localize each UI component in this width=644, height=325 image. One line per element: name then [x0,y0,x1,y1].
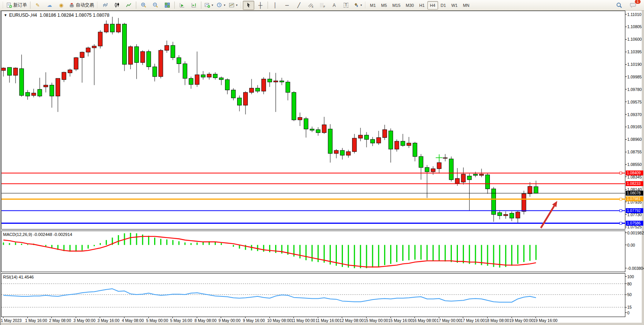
price-tick [625,114,627,115]
cursor-icon [246,2,251,8]
trendline-tool-button[interactable]: ╱ [293,1,304,10]
auto-scroll-icon [179,2,185,8]
rsi-scale-label: 15 [627,305,632,309]
templates-button[interactable]: ▾ [227,1,239,10]
price-label: 1.09575 [627,100,642,104]
time-axis-label: 19 May 16:00 [533,318,558,323]
price-label: 1.08960 [627,137,642,142]
chart-shift-button[interactable] [188,1,199,10]
community-icon: ☁ [47,3,52,8]
zoom-in-icon [141,2,147,8]
rsi-panel[interactable] [1,273,625,317]
candlestick-chart-icon [114,2,120,8]
time-axis-label: 3 May 00:00 [73,318,96,323]
separator [201,2,201,9]
window-bottom-strip [0,323,644,325]
timeframe-button-H1[interactable]: H1 [416,1,427,10]
separator [30,2,30,9]
time-axis-label: 17 May 00:00 [437,318,461,323]
rsi-scale-tick [625,312,627,313]
timeframe-button-M30[interactable]: M30 [403,1,416,10]
macd-scale-label: 0.001982 [627,231,644,235]
signals-button[interactable]: ◉ [56,1,67,10]
chart-shift-icon [191,2,197,8]
autotrade-label: 自动交易 [76,2,94,8]
time-axis-label: 5 May 00:00 [146,318,168,323]
timeframe-button-MN[interactable]: MN [460,1,472,10]
toolbar-grip [2,2,4,9]
search-button[interactable] [614,1,625,10]
price-label: 1.09985 [627,75,642,79]
crosshair-tool-button[interactable]: ┼ [255,1,266,10]
price-label: 1.08550 [627,162,642,167]
arrows-tool-button[interactable]: ▾ [352,1,363,10]
autotrade-button[interactable]: 自动交易 [67,1,96,10]
chart-symbol-period: EURUSD-,H4 [9,13,37,18]
timeframe-button-M15[interactable]: M15 [390,1,403,10]
price-tick [625,14,627,14]
text-tool-button[interactable]: A [328,1,340,10]
timeframe-button-H4[interactable]: H4 [427,1,438,10]
vertical-line-tool-button[interactable]: │ [269,1,281,10]
svg-text:F: F [324,5,325,8]
chart-menu-icon[interactable]: ▼ [4,13,7,17]
horizontal-line-tool-button[interactable]: ─ [281,1,293,10]
timeframe-button-W1[interactable]: W1 [449,1,461,10]
mt4-terminal: { "toolbar": { "new_order_label": "新订单",… [0,0,644,325]
bar-chart-button[interactable] [99,1,111,10]
templates-icon [229,2,234,8]
autotrade-icon [69,2,75,8]
time-axis-label: 4 May 08:00 [122,318,144,323]
new-order-button[interactable]: 新订单 [5,1,29,10]
trendline-icon: ╱ [297,3,300,8]
main-chart-panel[interactable] [1,11,625,229]
equidistant-channel-tool-button[interactable]: E [305,1,316,10]
line-chart-button[interactable] [123,1,134,10]
chevron-down-icon: ▾ [224,3,225,7]
macd-values: -0.002448 -0.002914 [33,232,72,237]
text-label-tool-button[interactable]: T [340,1,352,10]
periods-button[interactable]: ▾ [215,1,227,10]
price-tag-1.08409: 1.08409 [626,170,643,175]
rsi-scale-tick [625,295,627,295]
price-tag-1.08233: 1.08233 [626,181,643,186]
rsi-name: RSI(14) [3,275,18,279]
new-chart-button[interactable]: ▾ [203,1,215,10]
crosshair-icon: ┼ [258,3,263,8]
auto-scroll-button[interactable] [176,1,188,10]
line-chart-icon [126,2,132,8]
macd-scale-label: 0.00 [627,243,635,247]
zoom-in-button[interactable] [138,1,149,10]
macd-panel[interactable] [1,231,625,272]
macd-scale-tick [625,233,627,233]
community-button[interactable]: ☁ [44,1,55,10]
zoom-out-button[interactable] [150,1,161,10]
pencil-icon: ✎ [36,3,40,8]
styles-button[interactable]: ✎ [32,1,43,10]
cursor-tool-button[interactable] [243,1,254,10]
fibonacci-tool-button[interactable]: F [317,1,328,10]
tile-windows-button[interactable] [161,1,173,10]
price-tick [625,89,627,89]
price-tick [625,76,627,77]
price-label: 1.08755 [627,150,642,154]
toolbar: 新订单 ✎ ☁ ◉ 自动交易 [0,0,644,11]
horizontal-line-icon: ─ [285,3,289,8]
arrows-icon [354,2,359,8]
timeframe-button-M5[interactable]: M5 [378,1,389,10]
notifications-button[interactable]: 1 [627,1,639,10]
periods-icon [217,2,222,8]
timeframe-button-D1[interactable]: D1 [438,1,449,10]
chevron-down-icon: ▾ [360,3,362,7]
rsi-scale-label: 80 [627,282,632,286]
candlestick-chart-button[interactable] [111,1,123,10]
separator [174,2,175,9]
time-axis-label: 10 May 08:00 [267,318,292,323]
price-tick [625,52,627,52]
chevron-down-icon: ▾ [212,3,213,7]
timeframe-button-M1[interactable]: M1 [367,1,378,10]
chevron-down-icon: ▾ [236,3,238,7]
search-icon [616,2,622,8]
rsi-scale-label: 50 [627,292,632,297]
price-label: 1.11010 [627,12,641,17]
